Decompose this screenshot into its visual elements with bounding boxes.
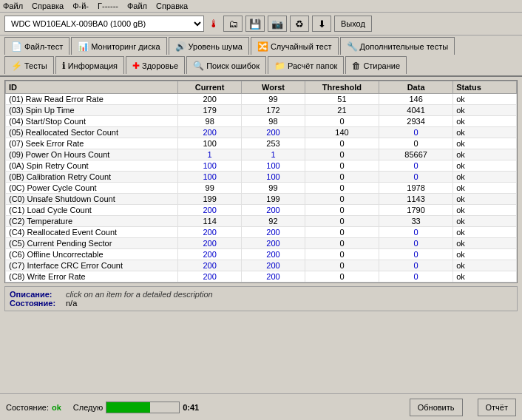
info-icon: ℹ [62, 61, 66, 71]
cell-current: 200 [178, 127, 242, 138]
menu-file2[interactable]: Файл [127, 1, 147, 10]
description-area: Описание: click on an item for a detaile… [4, 286, 518, 311]
cell-status: ok [453, 249, 517, 260]
tab-folder-calc[interactable]: 📁 Расчёт папок [268, 56, 344, 74]
cell-threshold: 0 [305, 271, 379, 282]
menu-file1[interactable]: Файл [3, 1, 23, 10]
cell-current: 200 [178, 271, 242, 282]
smart-table: ID Current Worst Threshold Data Status (… [5, 81, 517, 282]
cell-current: 199 [178, 194, 242, 205]
table-row[interactable]: (09) Power On Hours Count 1 1 0 85667 ok [6, 149, 517, 160]
col-header-current[interactable]: Current [178, 81, 242, 94]
toolbar-btn-3[interactable]: 📷 [268, 16, 287, 32]
toolbar-btn-1[interactable]: 🗂 [223, 16, 243, 32]
cell-id: (C5) Current Pending Sector [6, 238, 178, 249]
tab-health[interactable]: ✚ Здоровье [126, 56, 185, 74]
menu-help2[interactable]: Справка [156, 1, 188, 10]
cell-data: 0 [379, 127, 453, 138]
cell-data: 0 [379, 249, 453, 260]
cell-status: ok [453, 183, 517, 194]
cell-worst: 200 [242, 249, 305, 260]
cell-threshold: 0 [305, 238, 379, 249]
table-row[interactable]: (C1) Load Cycle Count 200 200 0 1790 ok [6, 205, 517, 216]
cell-worst: 100 [242, 172, 305, 183]
cell-worst: 100 [242, 160, 305, 172]
error-search-icon: 🔍 [193, 61, 204, 71]
table-row[interactable]: (C5) Current Pending Sector 200 200 0 0 … [6, 238, 517, 249]
tab-noise-level[interactable]: 🔊 Уровень шума [169, 37, 249, 55]
cell-data: 0 [379, 271, 453, 282]
tab-error-search[interactable]: 🔍 Поиск ошибок [186, 56, 266, 74]
cell-current: 200 [178, 249, 242, 260]
progress-bar [106, 402, 180, 413]
tab-advanced-tests[interactable]: 🔧 Дополнительные тесты [340, 37, 455, 55]
cell-data: 146 [379, 94, 453, 105]
table-row[interactable]: (0C) Power Cycle Count 99 99 0 1978 ok [6, 183, 517, 194]
col-header-id[interactable]: ID [6, 81, 178, 94]
cell-data: 1978 [379, 183, 453, 194]
drive-selector[interactable]: WDC WD10EALX-009BA0 (1000 gB) [4, 16, 204, 32]
next-label: Следую [73, 403, 103, 412]
cell-id: (C7) Interface CRC Error Count [6, 260, 178, 271]
cell-threshold: 0 [305, 138, 379, 149]
cell-current: 100 [178, 160, 242, 172]
table-row[interactable]: (C8) Write Error Rate 200 200 0 0 ok [6, 271, 517, 282]
cell-threshold: 0 [305, 149, 379, 160]
menubar: Файл Справка Ф-й- Г------ Файл Справка [0, 0, 522, 13]
cell-id: (C1) Load Cycle Count [6, 205, 178, 216]
cell-threshold: 140 [305, 127, 379, 138]
cell-data: 0 [379, 238, 453, 249]
cell-worst: 200 [242, 227, 305, 238]
table-row[interactable]: (C0) Unsafe Shutdown Count 199 199 0 114… [6, 194, 517, 205]
cell-data: 0 [379, 138, 453, 149]
cell-id: (C0) Unsafe Shutdown Count [6, 194, 178, 205]
table-row[interactable]: (01) Raw Read Error Rate 200 99 51 146 o… [6, 94, 517, 105]
cell-threshold: 0 [305, 172, 379, 183]
tab-tests[interactable]: ⚡ Тесты [4, 56, 54, 74]
table-row[interactable]: (0B) Calibration Retry Count 100 100 0 0… [6, 172, 517, 183]
cell-id: (C4) Reallocated Event Count [6, 227, 178, 238]
tab-file-test[interactable]: 📄 Файл-тест [4, 37, 70, 55]
status-section: Состояние: ok [6, 403, 61, 412]
tab-random-test[interactable]: 🔀 Случайный тест [251, 37, 339, 55]
folder-calc-icon: 📁 [274, 61, 285, 71]
cell-worst: 92 [242, 216, 305, 227]
col-header-data[interactable]: Data [379, 81, 453, 94]
desc-value: click on an item for a detailed descript… [66, 290, 213, 299]
table-row[interactable]: (03) Spin Up Time 179 172 21 4041 ok [6, 105, 517, 116]
table-row[interactable]: (04) Start/Stop Count 98 98 0 2934 ok [6, 116, 517, 127]
cell-worst: 200 [242, 205, 305, 216]
tab-disk-monitor[interactable]: 📊 Мониторинг диска [71, 37, 166, 55]
cell-threshold: 0 [305, 227, 379, 238]
cell-worst: 199 [242, 194, 305, 205]
cell-current: 100 [178, 172, 242, 183]
table-row[interactable]: (C2) Temperature 114 92 0 33 ok [6, 216, 517, 227]
col-header-status[interactable]: Status [453, 81, 517, 94]
cell-threshold: 0 [305, 116, 379, 127]
cell-data: 2934 [379, 116, 453, 127]
disk-monitor-icon: 📊 [78, 41, 89, 52]
cell-status: ok [453, 271, 517, 282]
cell-status: ok [453, 227, 517, 238]
col-header-threshold[interactable]: Threshold [305, 81, 379, 94]
table-row[interactable]: (07) Seek Error Rate 100 253 0 0 ok [6, 138, 517, 149]
table-row[interactable]: (C6) Offline Uncorrectable 200 200 0 0 o… [6, 249, 517, 260]
update-button[interactable]: Обновить [410, 399, 463, 416]
toolbar-btn-2[interactable]: 💾 [245, 16, 265, 32]
table-row[interactable]: (C7) Interface CRC Error Count 200 200 0… [6, 260, 517, 271]
col-header-worst[interactable]: Worst [242, 81, 305, 94]
cell-id: (C2) Temperature [6, 216, 178, 227]
table-row[interactable]: (0A) Spin Retry Count 100 100 0 0 ok [6, 160, 517, 172]
table-row[interactable]: (C4) Reallocated Event Count 200 200 0 0… [6, 227, 517, 238]
menu-help1[interactable]: Справка [32, 1, 64, 10]
cell-id: (05) Reallocated Sector Count [6, 127, 178, 138]
cell-status: ok [453, 127, 517, 138]
tab-info[interactable]: ℹ Информация [55, 56, 124, 74]
tab-erase[interactable]: 🗑 Стирание [345, 56, 407, 74]
toolbar-btn-4[interactable]: ♻ [290, 16, 309, 32]
cell-current: 99 [178, 183, 242, 194]
report-button[interactable]: Отчёт [478, 399, 516, 416]
table-row[interactable]: (05) Reallocated Sector Count 200 200 14… [6, 127, 517, 138]
toolbar-btn-5[interactable]: ⬇ [312, 16, 331, 32]
exit-button[interactable]: Выход [334, 16, 372, 32]
